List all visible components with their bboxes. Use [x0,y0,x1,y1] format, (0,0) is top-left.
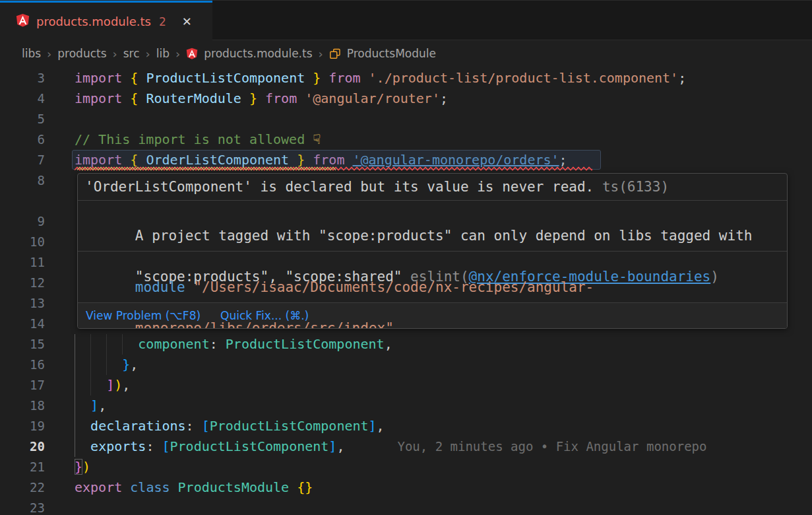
line-number[interactable]: 4 [0,88,45,109]
code-token: // This import is not allowed [75,131,313,147]
code-token: export [75,479,130,495]
code-line-16[interactable]: 16 }, [0,355,812,375]
code-line-5[interactable]: 5 [0,109,812,129]
vscode-editor-window: products.module.ts 2 ✕ libs › products ›… [0,0,812,515]
code-content: component: ProductListComponent, [45,334,812,355]
indent-guide [90,375,91,395]
code-token: {} [297,479,313,495]
code-content: }, [45,355,812,375]
breadcrumb-item-file[interactable]: products.module.ts [204,47,312,60]
ts-error-code: ts(6133) [594,179,669,195]
code-content: import { OrderListComponent } from '@ang… [45,150,812,170]
code-line-19[interactable]: 19 declarations: [ProductListComponent], [0,416,812,436]
code-token: , [98,397,106,413]
indent-guide [75,395,75,416]
code-token: } [75,459,82,475]
code-token: component [138,336,209,352]
breadcrumb-item-lib[interactable]: lib [156,47,170,60]
code-content: exports: [ProductListComponent],You, 2 m… [45,436,812,457]
code-line-15[interactable]: 15 component: ProductListComponent, [0,334,812,355]
line-number[interactable] [0,191,45,211]
breadcrumb-item-symbol[interactable]: ProductsModule [347,47,436,60]
line-number[interactable]: 9 [0,211,45,232]
code-token: ] [90,397,98,413]
code-token: { [130,90,146,106]
tabbar-border [212,40,812,40]
breadcrumb: libs › products › src › lib › products.m… [0,40,812,67]
code-token: ☟ [313,131,321,147]
view-problem-action[interactable]: View Problem (⌥F8) [86,309,201,322]
code-token: } [305,70,321,86]
line-number[interactable]: 3 [0,68,45,88]
code-token: from [257,90,305,106]
line-number[interactable]: 23 [0,498,45,515]
breadcrumb-item-libs[interactable]: libs [22,47,41,60]
code-token [75,438,90,454]
code-token: : [210,336,226,352]
code-token: ProductListComponent [210,418,369,434]
indent-guide [75,436,75,457]
code-line-23[interactable]: 23 [0,498,812,515]
line-number[interactable]: 21 [0,457,45,477]
code-token: import [75,90,130,106]
chevron-right-icon: › [47,47,51,61]
quick-fix-action[interactable]: Quick Fix... (⌘.) [220,309,309,322]
code-line-4[interactable]: 4import { RouterModule } from '@angular/… [0,88,812,109]
hover-ts-diagnostic: 'OrderListComponent' is declared but its… [78,174,787,201]
breadcrumb-item-src[interactable]: src [123,47,140,60]
code-token: , [336,438,344,454]
code-line-7[interactable]: 7import { OrderListComponent } from '@an… [0,150,812,170]
line-number[interactable]: 22 [0,477,45,498]
line-number[interactable]: 8 [0,170,45,191]
git-blame-annotation: You, 2 minutes ago • Fix Angular monorep… [397,439,706,454]
code-token: ; [440,90,448,106]
line-number[interactable]: 5 [0,109,45,129]
indent-guide [75,416,75,436]
code-token: import [75,70,130,86]
code-line-6[interactable]: 6// This import is not allowed ☟ [0,129,812,150]
line-number[interactable]: 11 [0,252,45,273]
tab-products-module[interactable]: products.module.ts 2 ✕ [0,1,212,40]
code-line-17[interactable]: 17 ]), [0,375,812,395]
line-number[interactable]: 16 [0,355,45,375]
code-token: ) [114,377,122,393]
code-line-21[interactable]: 21}) [0,457,812,477]
line-number[interactable]: 13 [0,293,45,314]
code-line-3[interactable]: 3import { ProductListComponent } from '.… [0,68,812,88]
code-line-20[interactable]: 20 exports: [ProductListComponent],You, … [0,436,812,457]
code-content: import { RouterModule } from '@angular/r… [45,88,812,109]
line-number[interactable]: 6 [0,129,45,150]
code-token: '@angular/router' [305,90,440,106]
line-number[interactable]: 18 [0,395,45,416]
line-number[interactable]: 15 [0,334,45,355]
code-line-18[interactable]: 18 ], [0,395,812,416]
close-icon[interactable]: ✕ [182,15,192,28]
chevron-right-icon: › [146,47,150,61]
code-token: [ [162,438,170,454]
indent-guide [75,355,75,375]
indent-guide [106,334,107,355]
chevron-right-icon: › [113,47,117,61]
code-content: // This import is not allowed ☟ [45,129,812,150]
chevron-right-icon: › [319,47,323,61]
code-token [289,479,297,495]
code-content [45,498,812,515]
indent-guide [122,334,123,355]
code-token: , [130,357,138,372]
line-number[interactable]: 7 [0,150,45,170]
breadcrumb-item-products[interactable]: products [57,47,106,60]
line-number[interactable]: 19 [0,416,45,436]
line-number[interactable]: 14 [0,314,45,334]
line-number[interactable]: 17 [0,375,45,395]
code-token: ProductListComponent [146,70,305,86]
line-number[interactable]: 12 [0,273,45,293]
code-token: exports [90,438,146,454]
line-number[interactable]: 10 [0,232,45,252]
code-line-22[interactable]: 22export class ProductsModule {} [0,477,812,498]
class-symbol-icon [329,48,341,59]
line-number[interactable]: 20 [0,436,45,457]
code-token: ] [328,438,336,454]
code-token: ) [82,459,90,475]
code-token: } [241,90,257,106]
code-content: }) [45,457,812,477]
